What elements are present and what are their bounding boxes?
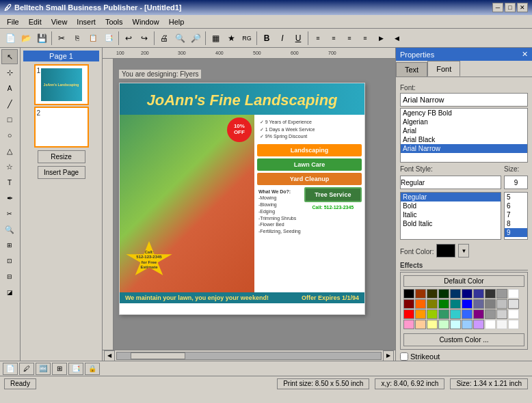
font-item-algerian[interactable]: Algerian xyxy=(401,117,527,126)
close-button[interactable]: ✕ xyxy=(517,3,528,12)
tb-redo[interactable]: ↪ xyxy=(137,31,152,46)
tb-paste[interactable]: 📋 xyxy=(85,31,101,46)
tb-cut[interactable]: ✂ xyxy=(54,31,69,46)
color-cell-24[interactable] xyxy=(450,309,461,319)
page-thumb-1[interactable]: 1 JoAnn's Landscaping xyxy=(34,64,89,105)
color-cell-19[interactable] xyxy=(508,299,519,309)
tool-extra4[interactable]: ◪ xyxy=(1,285,18,300)
font-item-arialnarrow[interactable]: Arial Narrow xyxy=(401,144,527,153)
font-size-9[interactable]: 9 xyxy=(505,228,527,237)
color-cell-34[interactable] xyxy=(450,320,461,329)
tb-undo[interactable]: ↩ xyxy=(121,31,136,46)
color-cell-13[interactable] xyxy=(438,299,449,309)
resize-button[interactable]: Resize xyxy=(38,150,85,163)
color-cell-38[interactable] xyxy=(496,320,507,329)
font-size-5[interactable]: 5 xyxy=(505,193,527,202)
scroll-track-h[interactable] xyxy=(116,352,382,360)
color-cell-32[interactable] xyxy=(427,320,438,329)
color-cell-35[interactable] xyxy=(462,320,473,329)
font-style-regular[interactable]: Regular xyxy=(401,193,501,202)
font-color-dropdown[interactable]: ▼ xyxy=(458,244,469,258)
maximize-button[interactable]: □ xyxy=(505,3,516,12)
color-cell-11[interactable] xyxy=(415,299,426,309)
minimize-button[interactable]: ─ xyxy=(492,3,503,12)
tb-zoom-out[interactable]: 🔎 xyxy=(188,31,203,46)
tb-zoom-in[interactable]: 🔍 xyxy=(172,31,187,46)
color-cell-21[interactable] xyxy=(415,309,426,319)
color-cell-4[interactable] xyxy=(450,289,461,298)
tb-print[interactable]: 🖨 xyxy=(157,31,172,46)
custom-color-btn[interactable]: Custom Color ... xyxy=(403,333,524,346)
service-btn-treeservice[interactable]: Tree Service xyxy=(304,187,362,202)
color-cell-30[interactable] xyxy=(403,320,414,329)
tool-zoom[interactable]: 🔍 xyxy=(1,222,18,237)
tool-polygon[interactable]: △ xyxy=(1,143,18,158)
color-cell-33[interactable] xyxy=(438,320,449,329)
tb-star[interactable]: ★ xyxy=(224,31,239,46)
scroll-left-btn[interactable]: ◀ xyxy=(104,350,115,361)
menu-file[interactable]: File xyxy=(3,17,23,27)
color-cell-16[interactable] xyxy=(473,299,484,309)
color-cell-7[interactable] xyxy=(485,289,496,298)
tb-bold[interactable]: B xyxy=(259,31,274,46)
color-cell-27[interactable] xyxy=(485,309,496,319)
tab-btn-6[interactable]: 🔒 xyxy=(85,363,100,375)
tb-underline[interactable]: U xyxy=(291,31,306,46)
font-size-input[interactable] xyxy=(504,176,528,189)
tab-btn-1[interactable]: 📄 xyxy=(3,363,18,375)
tb-new[interactable]: 📄 xyxy=(3,31,18,46)
tool-textbox[interactable]: T xyxy=(1,175,18,190)
tb-save[interactable]: 💾 xyxy=(34,31,49,46)
tab-text[interactable]: Text xyxy=(396,62,427,77)
tb-align-left[interactable]: ≡ xyxy=(310,31,325,46)
font-size-6[interactable]: 6 xyxy=(505,202,527,210)
tool-extra3[interactable]: ⊟ xyxy=(1,269,18,284)
color-cell-39[interactable] xyxy=(508,320,519,329)
tb-align-center[interactable]: ≡ xyxy=(326,31,341,46)
tool-text[interactable]: A xyxy=(1,81,18,96)
canvas-area[interactable]: 100 200 300 400 500 600 700 You are desi… xyxy=(103,48,395,361)
color-cell-26[interactable] xyxy=(473,309,484,319)
tab-btn-4[interactable]: ⊞ xyxy=(52,363,67,375)
color-cell-1[interactable] xyxy=(415,289,426,298)
color-cell-5[interactable] xyxy=(462,289,473,298)
font-current-input[interactable] xyxy=(400,93,528,107)
menu-view[interactable]: View xyxy=(47,17,72,27)
insert-page-button[interactable]: Insert Page xyxy=(38,166,85,179)
tab-btn-2[interactable]: 🖊 xyxy=(19,363,34,375)
tab-btn-3[interactable]: 🔤 xyxy=(36,363,51,375)
tool-crop[interactable]: ✂ xyxy=(1,206,18,221)
color-cell-8[interactable] xyxy=(496,289,507,298)
font-color-swatch[interactable] xyxy=(436,244,455,258)
font-size-8[interactable]: 8 xyxy=(505,219,527,228)
service-btn-yardcleanup[interactable]: Yard Cleanup xyxy=(257,173,362,185)
font-list[interactable]: Agency FB Bold Algerian Arial Arial Blac… xyxy=(400,108,528,163)
color-cell-25[interactable] xyxy=(462,309,473,319)
color-cell-15[interactable] xyxy=(462,299,473,309)
menu-edit[interactable]: Edit xyxy=(25,17,46,27)
properties-close[interactable]: ✕ xyxy=(522,50,528,59)
tb-align-right[interactable]: ≡ xyxy=(342,31,357,46)
tool-pointer[interactable]: ↖ xyxy=(1,49,18,64)
color-cell-3[interactable] xyxy=(438,289,449,298)
color-cell-0[interactable] xyxy=(403,289,414,298)
tool-rect[interactable]: □ xyxy=(1,112,18,127)
color-cell-20[interactable] xyxy=(403,309,414,319)
tab-btn-5[interactable]: 📑 xyxy=(68,363,83,375)
tb-align-justify[interactable]: ≡ xyxy=(358,31,373,46)
strikeout-checkbox[interactable] xyxy=(400,352,408,361)
color-cell-2[interactable] xyxy=(427,289,438,298)
menu-tools[interactable]: Tools xyxy=(101,17,127,27)
tab-font[interactable]: Font xyxy=(427,61,460,77)
tool-extra2[interactable]: ⊡ xyxy=(1,253,18,268)
font-style-bold[interactable]: Bold xyxy=(401,202,501,210)
font-style-italic[interactable]: Italic xyxy=(401,210,501,219)
font-style-bolditalic[interactable]: Bold Italic xyxy=(401,219,501,228)
window-controls[interactable]: ─ □ ✕ xyxy=(492,3,528,12)
tb-extra2[interactable]: ◀ xyxy=(389,31,404,46)
menu-insert[interactable]: Insert xyxy=(72,17,100,27)
scroll-right-btn[interactable]: ▶ xyxy=(383,350,394,361)
color-cell-31[interactable] xyxy=(415,320,426,329)
menu-window[interactable]: Window xyxy=(129,17,163,27)
color-cell-23[interactable] xyxy=(438,309,449,319)
